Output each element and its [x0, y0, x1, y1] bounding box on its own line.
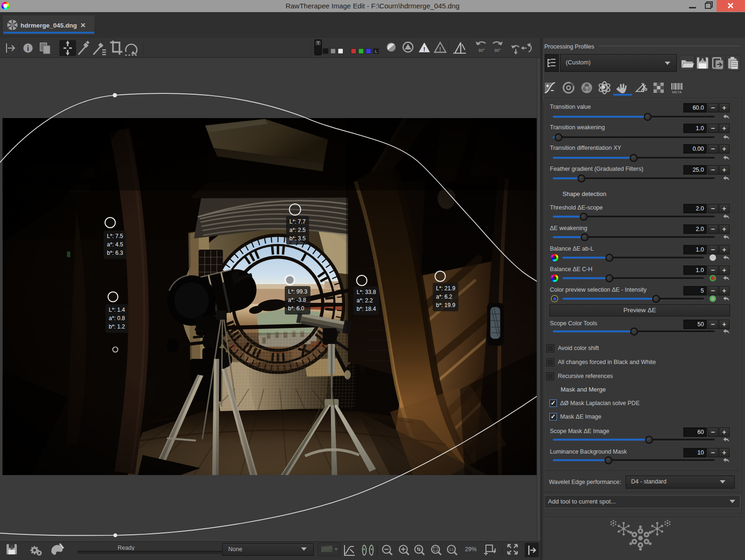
svg-text:!: ! — [423, 46, 425, 53]
svg-text:1:1: 1:1 — [449, 548, 454, 551]
svg-text:!: ! — [439, 46, 441, 53]
svg-text:90°: 90° — [494, 48, 501, 53]
svg-text:L: L — [375, 49, 377, 54]
svg-text:T: T — [317, 41, 319, 45]
svg-text:Ready: Ready — [118, 545, 135, 551]
svg-text:i: i — [27, 44, 29, 52]
svg-text:90°: 90° — [478, 48, 485, 53]
svg-text:META: META — [672, 90, 682, 94]
